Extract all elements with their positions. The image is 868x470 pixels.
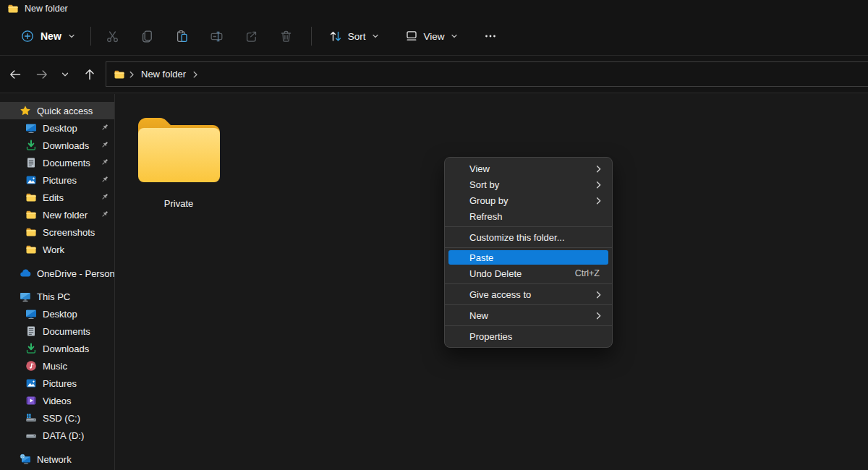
sort-button[interactable]: Sort (320, 24, 388, 48)
paste-icon (175, 30, 189, 43)
window-chrome: New folder New Sort View (0, 0, 868, 93)
view-button[interactable]: View (396, 24, 467, 48)
chevron-down-icon (67, 32, 76, 40)
sidebar-item-documents[interactable]: Documents (0, 154, 114, 171)
pictures-icon (25, 377, 37, 389)
share-button[interactable] (237, 23, 266, 49)
sidebar-item-music[interactable]: Music (0, 357, 114, 375)
sidebar-item-this-pc[interactable]: This PC (0, 288, 114, 305)
sidebar-item-pictures[interactable]: Pictures (0, 375, 114, 392)
share-icon (244, 30, 258, 43)
menu-item-give-access-to[interactable]: Give access to (445, 286, 612, 302)
menu-separator (445, 283, 612, 284)
arrow-up-icon (82, 67, 97, 82)
chevron-right-icon (191, 70, 200, 79)
pin-icon (100, 192, 109, 202)
recent-locations-button[interactable] (56, 63, 75, 86)
up-button[interactable] (79, 63, 101, 86)
rename-button[interactable] (203, 23, 231, 49)
videos-icon (25, 395, 37, 406)
sidebar-item-data-d[interactable]: DATA (D:) (0, 427, 114, 444)
plus-circle-icon (20, 29, 35, 43)
delete-icon (279, 30, 293, 43)
command-toolbar: New Sort View (0, 17, 868, 55)
pin-icon (100, 140, 109, 150)
sidebar-item-downloads[interactable]: Downloads (0, 340, 114, 357)
sidebar-item-downloads[interactable]: Downloads (0, 137, 114, 154)
chevron-right-icon (594, 196, 603, 205)
folder-icon (137, 116, 221, 184)
sidebar-item-videos[interactable]: Videos (0, 392, 114, 409)
chevron-right-icon (594, 311, 603, 320)
address-bar[interactable]: New folder (106, 61, 868, 87)
pictures-icon (25, 174, 37, 186)
paste-button[interactable] (168, 23, 197, 49)
window-title: New folder (25, 4, 68, 14)
file-item-label: Private (164, 198, 193, 209)
pin-icon (100, 210, 109, 219)
chevron-down-icon (450, 32, 459, 40)
folder-icon (25, 209, 37, 221)
menu-item-refresh[interactable]: Refresh (445, 208, 612, 224)
see-more-button[interactable] (477, 24, 504, 48)
sidebar-item-quick-access[interactable]: Quick access (0, 102, 114, 119)
chevron-right-icon (127, 70, 136, 79)
cut-icon (106, 30, 119, 43)
menu-item-paste[interactable]: Paste (448, 250, 608, 265)
sidebar-item-documents[interactable]: Documents (0, 322, 114, 340)
breadcrumb-folder-icon (114, 69, 125, 80)
menu-separator (445, 247, 612, 248)
folder-icon (25, 244, 37, 255)
menu-item-customize-this-folder[interactable]: Customize this folder... (445, 229, 612, 245)
sidebar-item-edits[interactable]: Edits (0, 189, 114, 206)
menu-item-new[interactable]: New (445, 307, 612, 323)
music-icon (25, 360, 37, 372)
main-area: Quick accessDesktopDownloadsDocumentsPic… (0, 93, 868, 470)
drive-windows-icon (25, 412, 37, 424)
context-menu: ViewSort byGroup byRefreshCustomize this… (444, 157, 613, 348)
pin-icon (100, 158, 109, 167)
sidebar-item-screenshots[interactable]: Screenshots (0, 223, 114, 241)
cut-button[interactable] (98, 23, 127, 49)
downloads-icon (25, 140, 37, 151)
toolbar-separator (311, 27, 312, 46)
sidebar-item-pictures[interactable]: Pictures (0, 171, 114, 189)
copy-button[interactable] (133, 23, 162, 49)
back-button[interactable] (4, 63, 26, 86)
sidebar-item-network[interactable]: Network (0, 450, 114, 468)
toolbar-separator (90, 27, 91, 46)
chevron-right-icon (594, 290, 603, 299)
menu-item-properties[interactable]: Properties (445, 328, 612, 344)
sidebar-item-ssd-c[interactable]: SSD (C:) (0, 409, 114, 427)
new-button[interactable]: New (13, 25, 83, 48)
menu-shortcut: Ctrl+Z (575, 268, 603, 278)
menu-separator (445, 226, 612, 227)
desktop-icon (25, 308, 37, 320)
navigation-bar: New folder (0, 55, 868, 93)
breadcrumb-item[interactable]: New folder (141, 69, 186, 80)
view-layout-icon (404, 29, 419, 43)
sidebar-item-desktop[interactable]: Desktop (0, 119, 114, 137)
sort-arrows-icon (328, 29, 343, 43)
toolbar-file-actions (93, 23, 301, 49)
menu-separator (445, 304, 612, 305)
sidebar-item-onedrive-personal[interactable]: OneDrive - Personal (0, 265, 114, 282)
menu-item-undo-delete[interactable]: Undo DeleteCtrl+Z (445, 265, 612, 281)
file-item-private[interactable]: Private (130, 116, 227, 209)
sidebar-item-desktop[interactable]: Desktop (0, 305, 114, 322)
network-icon (20, 453, 31, 465)
pin-icon (100, 123, 109, 132)
desktop-icon (25, 122, 37, 134)
folder-icon (25, 226, 37, 238)
sidebar-item-new-folder[interactable]: New folder (0, 206, 114, 223)
menu-item-view[interactable]: View (445, 161, 612, 176)
delete-button[interactable] (272, 23, 301, 49)
arrow-right-icon (35, 67, 49, 82)
menu-item-group-by[interactable]: Group by (445, 192, 612, 208)
folder-icon (25, 192, 37, 203)
sidebar-item-work[interactable]: Work (0, 241, 114, 258)
forward-button[interactable] (31, 63, 53, 86)
copy-icon (140, 30, 154, 43)
menu-item-sort-by[interactable]: Sort by (445, 176, 612, 192)
chevron-down-icon (60, 69, 70, 80)
